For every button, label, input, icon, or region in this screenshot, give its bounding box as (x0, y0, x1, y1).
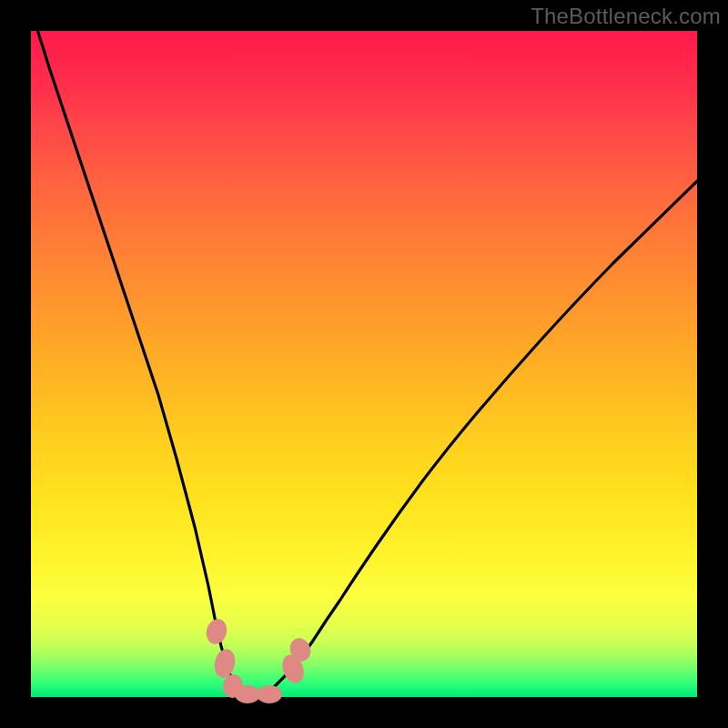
marker-group (204, 617, 315, 703)
watermark-text: TheBottleneck.com (531, 4, 721, 29)
marker-dot (257, 685, 282, 703)
marker-dot (235, 685, 260, 703)
curve-svg (31, 31, 697, 697)
valley-curve (26, 0, 697, 695)
marker-dot (204, 617, 229, 647)
plot-area (31, 31, 697, 697)
outer-frame: TheBottleneck.com (0, 0, 728, 728)
